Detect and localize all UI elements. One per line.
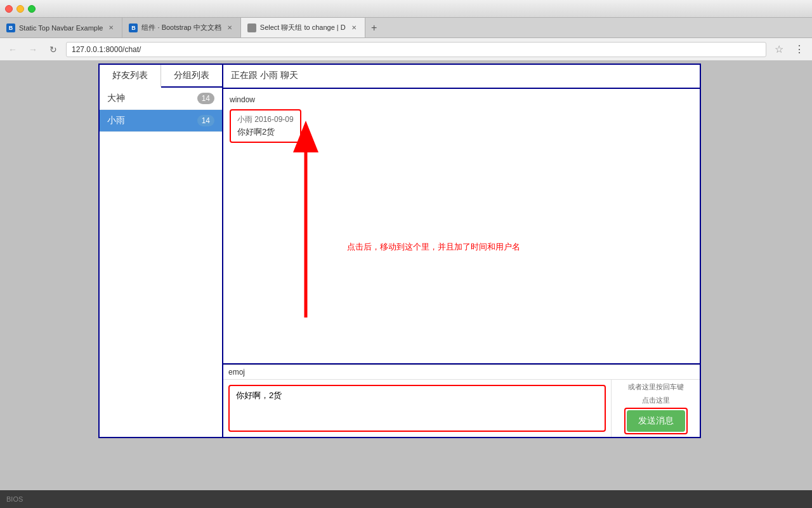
chat-wrapper: 好友列表 分组列表 大神 14 小雨 14 正在跟 小雨 聊天 <box>0 61 812 438</box>
taskbar-text: BIOS <box>6 495 23 503</box>
forward-button[interactable]: → <box>25 42 41 57</box>
title-bar <box>0 0 812 18</box>
minimize-window-button[interactable] <box>16 5 24 13</box>
tab-bar: B Static Top Navbar Example ✕ B 组件 · Boo… <box>0 18 812 38</box>
chat-app: 好友列表 分组列表 大神 14 小雨 14 正在跟 小雨 聊天 <box>98 64 701 438</box>
chat-window: window 小雨 2016-09-09 你好啊2货 点击后，移动到这个里，并且… <box>223 89 700 364</box>
tab-close-3[interactable]: ✕ <box>350 23 358 32</box>
reload-button[interactable]: ↻ <box>46 42 61 57</box>
menu-button[interactable]: ⋮ <box>792 42 807 57</box>
emoji-label: emoj <box>228 368 245 377</box>
maximize-window-button[interactable] <box>28 5 36 13</box>
chat-title: 正在跟 小雨 聊天 <box>231 70 298 80</box>
traffic-lights <box>5 5 36 13</box>
send-hint2: 点击这里 <box>642 396 670 405</box>
tab-label-1: Static Top Navbar Example <box>19 24 103 32</box>
friend-item-dashen[interactable]: 大神 14 <box>100 88 222 110</box>
tab-favicon-1: B <box>6 23 15 32</box>
url-bar[interactable]: 127.0.0.1:8000/chat/ <box>66 42 766 57</box>
bookmark-button[interactable]: ☆ <box>771 42 787 57</box>
friend-badge-dashen: 14 <box>197 93 214 104</box>
input-row: 或者这里按回车键 点击这里 发送消息 <box>223 380 700 437</box>
browser-tab-3[interactable]: Select 聊天组 to change | D ✕ <box>241 18 365 37</box>
taskbar: BIOS <box>0 490 812 508</box>
tab-close-2[interactable]: ✕ <box>225 23 234 32</box>
send-area: 或者这里按回车键 点击这里 发送消息 <box>611 380 700 437</box>
message-bubble: 小雨 2016-09-09 你好啊2货 <box>230 109 301 143</box>
friend-list: 大神 14 小雨 14 <box>100 88 222 437</box>
address-bar: ← → ↻ 127.0.0.1:8000/chat/ ☆ ⋮ <box>0 38 812 61</box>
friend-badge-xiaoyu: 14 <box>197 115 214 126</box>
tab-label-2: 组件 · Bootstrap 中文文档 <box>141 23 221 32</box>
browser-tab-2[interactable]: B 组件 · Bootstrap 中文文档 ✕ <box>122 18 240 37</box>
emoji-bar: emoj <box>223 365 700 380</box>
tab-favicon-2: B <box>129 23 138 32</box>
sidebar: 好友列表 分组列表 大神 14 小雨 14 <box>100 65 223 437</box>
message-input[interactable] <box>228 385 606 432</box>
close-window-button[interactable] <box>5 5 13 13</box>
tab-close-1[interactable]: ✕ <box>107 23 115 32</box>
friend-item-xiaoyu[interactable]: 小雨 14 <box>100 110 222 132</box>
send-hint: 或者这里按回车键 <box>628 382 684 392</box>
tab-label-3: Select 聊天组 to change | D <box>260 23 346 32</box>
annotation-text: 点击后，移动到这个里，并且加了时间和用户名 <box>347 241 520 253</box>
tab-favicon-3 <box>247 23 256 32</box>
message-sender: 小雨 2016-09-09 <box>237 114 294 125</box>
new-tab-button[interactable]: + <box>365 19 383 37</box>
window-label: window <box>230 95 693 104</box>
message-text: 你好啊2货 <box>237 126 294 138</box>
chat-area: 正在跟 小雨 聊天 window 小雨 2016-09-09 你好啊2货 <box>223 65 700 437</box>
chat-header: 正在跟 小雨 聊天 <box>223 65 700 89</box>
input-area: emoj 或者这里按回车键 点击这里 发送消息 <box>223 364 700 437</box>
tab-group-list[interactable]: 分组列表 <box>161 65 222 86</box>
send-button[interactable]: 发送消息 <box>627 410 685 432</box>
browser-tab-1[interactable]: B Static Top Navbar Example ✕ <box>0 18 122 37</box>
tab-friend-list[interactable]: 好友列表 <box>100 65 161 88</box>
back-button[interactable]: ← <box>5 42 20 57</box>
friend-name-xiaoyu: 小雨 <box>107 115 197 126</box>
url-text: 127.0.0.1:8000/chat/ <box>72 45 141 54</box>
sidebar-tabs: 好友列表 分组列表 <box>100 65 222 88</box>
send-button-wrapper: 发送消息 <box>624 408 688 434</box>
friend-name-dashen: 大神 <box>107 93 197 104</box>
